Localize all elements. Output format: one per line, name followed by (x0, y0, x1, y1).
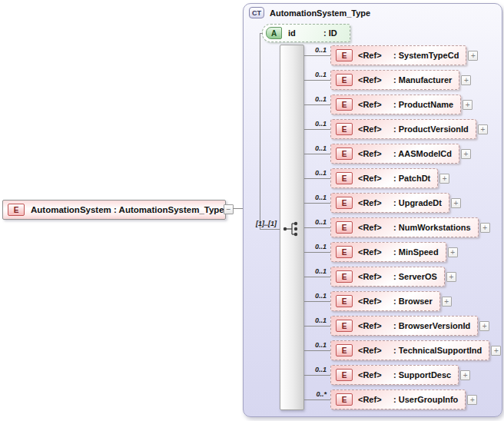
element-name-label: : PatchDt (393, 174, 430, 183)
expand-icon[interactable]: + (446, 272, 456, 282)
element-box-systemtypecd[interactable]: E<Ref>: SystemTypeCd (330, 45, 466, 65)
expand-icon[interactable]: + (468, 51, 478, 61)
element-row: E<Ref>: BrowserVersionId+ (330, 316, 489, 336)
expand-icon[interactable]: + (467, 395, 477, 405)
element-box-productname[interactable]: E<Ref>: ProductName (330, 94, 461, 114)
cardinality-label: 0..1 (301, 218, 327, 226)
element-name-label: : AASModelCd (393, 149, 452, 158)
element-box-aasmodelcd[interactable]: E<Ref>: AASModelCd (330, 144, 459, 164)
expand-icon[interactable]: + (439, 174, 449, 184)
element-icon: E (336, 49, 353, 61)
compositor-cardinality-label: [1]..[1] (244, 220, 277, 227)
element-row: E<Ref>: SupportDesc+ (330, 365, 470, 385)
cardinality-label: 0..1 (301, 71, 327, 78)
element-box-manufacturer[interactable]: E<Ref>: Manufacturer (330, 70, 459, 90)
element-name-label: : SupportDesc (393, 370, 451, 380)
element-row: E<Ref>: UserGroupInfo+ (330, 390, 477, 409)
element-row: E<Ref>: ProductName+ (330, 94, 472, 114)
child-connector-line (304, 203, 330, 204)
element-ref-label: <Ref> (358, 272, 393, 281)
element-box-upgradedt[interactable]: E<Ref>: UpgradeDt (330, 193, 449, 213)
expand-icon[interactable]: + (480, 223, 490, 233)
expand-icon[interactable]: + (448, 247, 458, 257)
cardinality-label: 0..1 (301, 95, 327, 103)
element-ref-label: <Ref> (358, 149, 393, 158)
complex-type-box[interactable]: CT AutomationSystem_Type A id : ID [1]..… (243, 3, 502, 417)
element-icon: E (8, 204, 25, 216)
expand-icon[interactable]: + (478, 124, 488, 134)
element-row: E<Ref>: UpgradeDt+ (330, 193, 461, 213)
element-name-label: : ProductVersionId (393, 124, 469, 134)
element-box-productversionid[interactable]: E<Ref>: ProductVersionId (330, 119, 476, 139)
element-icon: E (336, 393, 353, 406)
cardinality-label: 0..1 (301, 243, 327, 250)
child-connector-line (304, 252, 330, 253)
element-ref-label: <Ref> (358, 321, 393, 330)
element-row: E<Ref>: TechnicalSupportInd+ (330, 340, 501, 360)
element-row: E<Ref>: MinSpeed+ (330, 242, 458, 262)
element-icon: E (336, 74, 353, 86)
child-connector-line (304, 350, 330, 351)
element-ref-label: <Ref> (358, 247, 393, 257)
element-icon: E (336, 98, 353, 111)
element-ref-label: <Ref> (358, 75, 393, 85)
element-row: E<Ref>: AASModelCd+ (330, 144, 471, 164)
cardinality-label: 0..1 (301, 317, 327, 324)
child-connector-line (304, 375, 330, 376)
expand-icon[interactable]: + (479, 321, 489, 331)
expand-icon[interactable]: + (460, 370, 470, 380)
element-box-numworkstations[interactable]: E<Ref>: NumWorkstations (330, 217, 479, 237)
element-icon: E (336, 172, 353, 184)
element-icon: E (336, 197, 353, 209)
element-name-label: : Browser (393, 297, 433, 306)
child-connector-line (304, 80, 330, 81)
element-box-patchdt[interactable]: E<Ref>: PatchDt (330, 168, 438, 188)
element-icon: E (336, 369, 353, 381)
child-connector-line (304, 129, 330, 130)
element-box-technicalsupportind[interactable]: E<Ref>: TechnicalSupportInd (330, 340, 489, 360)
trunk-connector-line (260, 33, 260, 230)
element-name-label: : ServerOS (393, 272, 437, 281)
element-box-browser[interactable]: E<Ref>: Browser (330, 291, 440, 311)
complex-type-header: CT AutomationSystem_Type (249, 7, 370, 18)
element-name-label: : UserGroupInfo (393, 395, 458, 404)
element-ref-label: <Ref> (358, 223, 393, 232)
sequence-icon (283, 221, 301, 237)
element-row: E<Ref>: SystemTypeCd+ (330, 45, 478, 65)
expand-icon[interactable]: + (461, 75, 471, 85)
element-name-label: : MinSpeed (393, 247, 439, 257)
element-name-label: : NumWorkstations (393, 223, 471, 232)
root-element-box[interactable]: E AutomationSystem : AutomationSystem_Ty… (2, 200, 226, 220)
expand-icon[interactable]: + (463, 100, 472, 110)
element-icon: E (336, 270, 353, 283)
element-ref-label: <Ref> (358, 370, 393, 380)
element-name-label: : SystemTypeCd (393, 51, 459, 60)
cardinality-label: 0..1 (301, 46, 327, 54)
element-ref-label: <Ref> (358, 100, 393, 109)
element-box-browserversionid[interactable]: E<Ref>: BrowserVersionId (330, 316, 478, 336)
expand-icon[interactable]: + (442, 297, 452, 307)
element-box-usergroupinfo[interactable]: E<Ref>: UserGroupInfo (330, 390, 466, 409)
attribute-box-id[interactable]: A id : ID (262, 24, 350, 42)
element-icon: E (336, 246, 353, 258)
compositor-connector-line (260, 229, 280, 230)
element-icon: E (336, 148, 353, 160)
element-box-serveros[interactable]: E<Ref>: ServerOS (330, 267, 445, 287)
element-box-minspeed[interactable]: E<Ref>: MinSpeed (330, 242, 446, 262)
child-connector-line (304, 277, 330, 277)
child-connector-line (304, 227, 330, 228)
expand-icon[interactable]: + (451, 198, 461, 208)
element-icon: E (336, 221, 353, 234)
element-row: E<Ref>: ServerOS+ (330, 267, 456, 287)
cardinality-label: 0..1 (301, 267, 327, 275)
element-row: E<Ref>: ProductVersionId+ (330, 119, 488, 139)
cardinality-label: 0..1 (301, 292, 327, 300)
element-ref-label: <Ref> (358, 297, 393, 306)
child-connector-line (304, 178, 330, 179)
root-connector-line (233, 208, 244, 209)
expand-icon[interactable]: + (491, 346, 501, 356)
collapse-icon[interactable]: − (224, 204, 234, 214)
expand-icon[interactable]: + (461, 149, 471, 159)
attribute-type: : ID (323, 28, 337, 38)
element-box-supportdesc[interactable]: E<Ref>: SupportDesc (330, 365, 459, 385)
